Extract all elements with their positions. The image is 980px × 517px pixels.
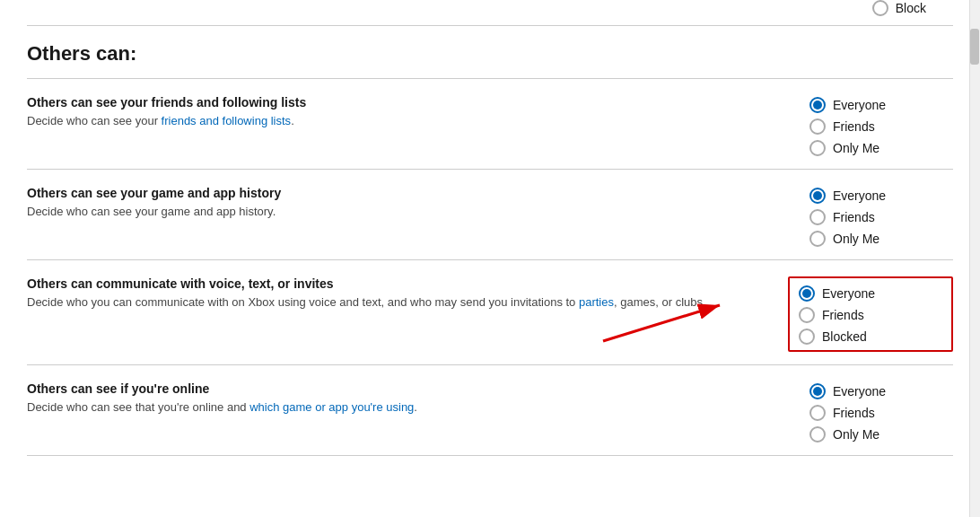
section-heading-friends-list: Others can see your friends and followin… [27, 95, 774, 110]
radio-circle-communicate-friends[interactable] [799, 307, 815, 323]
settings-section-friends-list: Others can see your friends and followin… [27, 78, 953, 169]
block-radio[interactable] [872, 0, 888, 16]
radio-option-online-status-everyone[interactable]: Everyone [809, 383, 886, 399]
radio-option-game-app-history-only-me[interactable]: Only Me [809, 231, 879, 247]
settings-section-game-app-history: Others can see your game and app history… [27, 169, 953, 259]
radio-option-friends-list-only-me[interactable]: Only Me [809, 140, 879, 156]
radio-label-friends-list-only-me: Only Me [833, 141, 879, 155]
section-right-online-status: EveryoneFriendsOnly Me [809, 381, 953, 443]
section-desc-friends-list: Decide who can see your friends and foll… [27, 113, 774, 129]
block-label: Block [896, 1, 926, 15]
settings-section-online-status: Others can see if you're onlineDecide wh… [27, 364, 953, 456]
radio-option-online-status-friends[interactable]: Friends [809, 405, 875, 421]
others-can-title: Others can: [27, 42, 953, 66]
section-desc-communicate: Decide who you can communicate with on X… [27, 294, 752, 311]
radio-circle-communicate-everyone[interactable] [799, 285, 815, 302]
radio-label-online-status-everyone: Everyone [833, 384, 886, 399]
radio-option-game-app-history-everyone[interactable]: Everyone [809, 188, 886, 204]
top-divider [27, 25, 953, 26]
section-left-game-app-history: Others can see your game and app history… [27, 186, 809, 220]
section-left-friends-list: Others can see your friends and followin… [27, 95, 809, 129]
radio-option-friends-list-friends[interactable]: Friends [809, 118, 875, 135]
section-left-communicate: Others can communicate with voice, text,… [27, 276, 788, 311]
radio-circle-friends-list-friends[interactable] [809, 118, 826, 135]
highlight-box-communicate: EveryoneFriendsBlocked [788, 276, 953, 352]
friends-link[interactable]: friends and following lists [162, 114, 292, 127]
which-game-link[interactable]: which game or app you're using [249, 400, 414, 414]
radio-option-game-app-history-friends[interactable]: Friends [809, 209, 875, 225]
scrollbar-thumb[interactable] [970, 29, 979, 65]
section-desc-online-status: Decide who can see that you're online an… [27, 399, 774, 416]
radio-label-online-status-friends: Friends [833, 406, 875, 420]
radio-label-online-status-only-me: Only Me [833, 427, 879, 442]
radio-circle-friends-list-everyone[interactable] [809, 97, 826, 113]
section-heading-game-app-history: Others can see your game and app history [27, 186, 774, 200]
section-desc-game-app-history: Decide who can see your game and app his… [27, 204, 774, 220]
section-heading-communicate: Others can communicate with voice, text,… [27, 276, 752, 291]
radio-label-game-app-history-everyone: Everyone [833, 188, 886, 203]
radio-option-online-status-only-me[interactable]: Only Me [809, 426, 879, 443]
radio-option-friends-list-everyone[interactable]: Everyone [809, 97, 886, 113]
section-right-game-app-history: EveryoneFriendsOnly Me [809, 186, 953, 247]
scrollbar[interactable] [969, 0, 980, 517]
radio-label-communicate-friends: Friends [822, 308, 864, 322]
radio-circle-game-app-history-friends[interactable] [809, 209, 826, 225]
radio-circle-online-status-only-me[interactable] [809, 426, 826, 443]
radio-option-communicate-friends[interactable]: Friends [799, 307, 864, 323]
radio-option-communicate-everyone[interactable]: Everyone [799, 285, 875, 302]
radio-circle-game-app-history-only-me[interactable] [809, 231, 826, 247]
section-heading-online-status: Others can see if you're online [27, 381, 774, 396]
radio-label-friends-list-friends: Friends [833, 119, 875, 134]
radio-circle-online-status-friends[interactable] [809, 405, 826, 421]
radio-circle-online-status-everyone[interactable] [809, 383, 826, 399]
radio-circle-communicate-blocked[interactable] [799, 329, 815, 345]
radio-circle-friends-list-only-me[interactable] [809, 140, 826, 156]
parties-link[interactable]: parties [579, 295, 614, 309]
radio-circle-game-app-history-everyone[interactable] [809, 188, 826, 204]
radio-option-communicate-blocked[interactable]: Blocked [799, 329, 867, 345]
section-right-communicate: EveryoneFriendsBlocked [799, 284, 942, 345]
radio-label-friends-list-everyone: Everyone [833, 98, 886, 112]
section-right-friends-list: EveryoneFriendsOnly Me [809, 95, 953, 156]
section-left-online-status: Others can see if you're onlineDecide wh… [27, 381, 809, 416]
radio-label-game-app-history-only-me: Only Me [833, 232, 879, 246]
sections-container: Others can see your friends and followin… [27, 78, 953, 456]
radio-label-game-app-history-friends: Friends [833, 210, 875, 224]
radio-label-communicate-blocked: Blocked [822, 329, 867, 344]
settings-section-communicate: Others can communicate with voice, text,… [27, 259, 953, 364]
radio-label-communicate-everyone: Everyone [822, 286, 875, 301]
